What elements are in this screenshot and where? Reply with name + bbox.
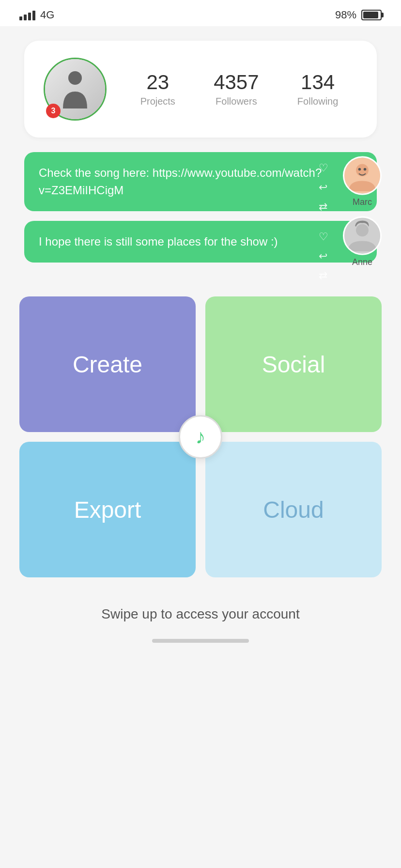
create-tile[interactable]: Create	[19, 296, 196, 432]
following-label: Following	[297, 96, 338, 107]
export-label: Export	[74, 496, 141, 523]
swipe-text: Swipe up to access your account	[19, 606, 382, 622]
stats-container: 23 Projects 4357 Followers 134 Following	[121, 71, 357, 107]
svg-point-4	[364, 168, 367, 171]
marc-name: Marc	[353, 197, 372, 207]
repost-icon-1[interactable]: ⇄	[319, 201, 328, 213]
status-left: 4G	[19, 9, 54, 21]
cloud-tile[interactable]: Cloud	[205, 442, 382, 577]
message-avatar-anne: Anne	[343, 217, 382, 267]
message-avatar-marc: Marc	[343, 156, 382, 207]
reply-icon-2[interactable]: ↩	[319, 250, 328, 263]
profile-card: 3 23 Projects 4357 Followers 134 Followi…	[24, 41, 377, 138]
social-tile[interactable]: Social	[205, 296, 382, 432]
repost-icon-2[interactable]: ⇄	[319, 269, 328, 282]
message-bubble-2: I hope there is still some places for th…	[24, 221, 377, 263]
marc-avatar-img	[343, 156, 382, 195]
home-bar	[152, 639, 249, 643]
grid-section: Create Social Export Cloud ♪	[0, 282, 401, 592]
like-icon-2[interactable]: ♡	[319, 231, 328, 243]
messages-section: Check the song here: https://www.youtube…	[0, 147, 401, 282]
cloud-label: Cloud	[263, 496, 324, 523]
status-right: 98%	[335, 9, 382, 21]
following-count: 134	[297, 71, 338, 93]
stat-following: 134 Following	[297, 71, 338, 107]
message-text-1: Check the song here: https://www.youtube…	[39, 164, 338, 199]
followers-count: 4357	[214, 71, 259, 93]
social-label: Social	[262, 351, 325, 378]
create-label: Create	[73, 351, 142, 378]
home-indicator	[0, 632, 401, 652]
message-actions-2: ♡ ↩ ⇄	[319, 231, 328, 282]
avatar-container[interactable]: 3	[44, 58, 107, 121]
like-icon-1[interactable]: ♡	[319, 162, 328, 174]
svg-point-2	[356, 164, 369, 176]
message-bubble-1: Check the song here: https://www.youtube…	[24, 152, 377, 211]
battery-icon	[361, 10, 382, 20]
svg-point-3	[358, 168, 361, 171]
status-bar: 4G 98%	[0, 0, 401, 26]
bottom-section: Swipe up to access your account	[0, 592, 401, 632]
stat-projects: 23 Projects	[140, 71, 175, 107]
anne-name: Anne	[352, 257, 372, 267]
grid-container: Create Social Export Cloud ♪	[19, 296, 382, 577]
message-actions-1: ♡ ↩ ⇄	[319, 162, 328, 213]
signal-icon	[19, 10, 35, 20]
message-text-2: I hope there is still some places for th…	[39, 233, 338, 250]
svg-point-0	[68, 71, 82, 85]
followers-label: Followers	[214, 96, 259, 107]
network-label: 4G	[40, 9, 54, 21]
projects-count: 23	[140, 71, 175, 93]
notification-badge: 3	[46, 104, 61, 118]
battery-percentage: 98%	[335, 9, 356, 21]
reply-icon-1[interactable]: ↩	[319, 181, 328, 194]
svg-point-6	[356, 224, 369, 236]
projects-label: Projects	[140, 96, 175, 107]
app-logo[interactable]: ♪	[179, 415, 222, 459]
anne-avatar-img	[343, 217, 382, 255]
music-note-icon: ♪	[196, 425, 206, 449]
export-tile[interactable]: Export	[19, 442, 196, 577]
user-silhouette	[58, 67, 92, 111]
stat-followers: 4357 Followers	[214, 71, 259, 107]
